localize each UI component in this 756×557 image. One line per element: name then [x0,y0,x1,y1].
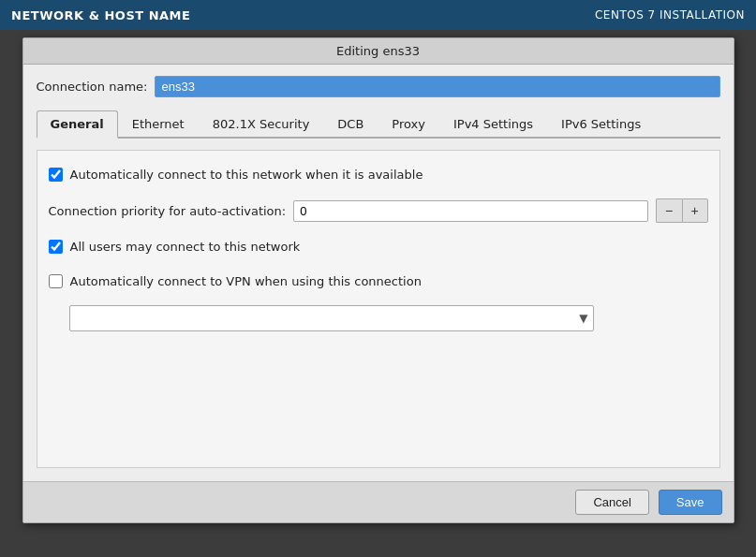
vpn-label[interactable]: Automatically connect to VPN when using … [70,274,422,288]
cancel-button[interactable]: Cancel [575,490,648,515]
auto-connect-checkbox[interactable] [49,168,63,182]
vpn-select[interactable] [69,305,594,331]
tabs-bar: General Ethernet 802.1X Security DCB Pro… [37,109,720,139]
tab-proxy[interactable]: Proxy [378,110,439,139]
priority-increase-button[interactable]: + [682,198,708,223]
editing-dialog: Editing ens33 Connection name: General E… [22,37,734,523]
connection-name-label: Connection name: [37,80,148,94]
top-bar-right-title: CENTOS 7 INSTALLATION [595,8,745,22]
dialog-wrapper: Editing ens33 Connection name: General E… [0,30,756,523]
tab-ipv4-settings[interactable]: IPv4 Settings [439,110,547,139]
all-users-label[interactable]: All users may connect to this network [70,240,301,254]
vpn-row: Automatically connect to VPN when using … [49,271,708,292]
connection-name-row: Connection name: [37,76,720,97]
priority-label: Connection priority for auto-activation: [49,204,287,218]
all-users-row: All users may connect to this network [49,236,708,257]
tab-802-1x-security[interactable]: 802.1X Security [199,110,324,139]
tab-dcb[interactable]: DCB [323,110,378,139]
save-button[interactable]: Save [659,490,722,515]
auto-connect-row: Automatically connect to this network wh… [49,164,708,185]
all-users-checkbox[interactable] [49,240,63,254]
top-bar: NETWORK & HOST NAME CENTOS 7 INSTALLATIO… [0,0,756,30]
dialog-body: Connection name: General Ethernet 802.1X… [23,65,734,481]
priority-input[interactable] [293,200,647,222]
tab-general[interactable]: General [37,110,118,139]
auto-connect-label[interactable]: Automatically connect to this network wh… [70,168,423,182]
tab-ipv6-settings[interactable]: IPv6 Settings [547,110,655,139]
connection-name-input[interactable] [155,76,719,97]
spinbox-buttons: − + [656,198,708,223]
priority-row: Connection priority for auto-activation:… [49,198,708,223]
priority-decrease-button[interactable]: − [656,198,682,223]
top-bar-left-title: NETWORK & HOST NAME [11,8,190,22]
tab-content-general: Automatically connect to this network wh… [37,150,720,468]
dialog-title: Editing ens33 [336,44,420,58]
dialog-titlebar: Editing ens33 [23,38,734,65]
vpn-dropdown-wrapper: ▼ [69,305,594,331]
bottom-bar: Cancel Save [23,481,734,522]
vpn-checkbox[interactable] [49,274,63,288]
tab-ethernet[interactable]: Ethernet [118,110,199,139]
